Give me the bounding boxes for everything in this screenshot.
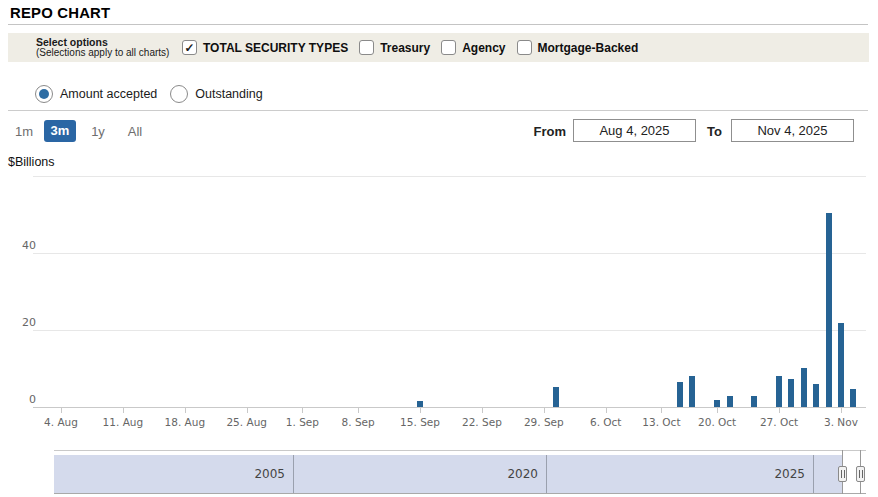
radio-selected-icon[interactable] bbox=[35, 85, 53, 103]
checkbox-unchecked-icon[interactable] bbox=[517, 40, 532, 55]
x-axis-tick bbox=[302, 408, 303, 413]
x-axis-label: 25. Aug bbox=[219, 416, 275, 428]
chart-bar[interactable] bbox=[714, 400, 720, 407]
y-axis-label-40: 40 bbox=[8, 239, 36, 252]
select-options-label: Select options (Selections apply to all … bbox=[36, 37, 169, 58]
to-date-input[interactable] bbox=[731, 119, 854, 142]
chart-bar[interactable] bbox=[417, 401, 423, 407]
series-toggle-group: Amount acceptedOutstanding bbox=[35, 83, 263, 104]
navigator-year-label: 2025 bbox=[747, 467, 805, 481]
navigator-outline-top bbox=[54, 450, 866, 451]
chart-bar[interactable] bbox=[689, 376, 695, 407]
navigator-handle-right[interactable] bbox=[856, 466, 865, 482]
radio-option-outstanding[interactable]: Outstanding bbox=[170, 85, 262, 103]
navigator-year-label: 2005 bbox=[227, 467, 285, 481]
x-axis-tick bbox=[661, 408, 662, 413]
x-axis-label: 18. Aug bbox=[157, 416, 213, 428]
navigator-outline-bottom bbox=[54, 493, 866, 494]
x-axis-tick bbox=[717, 408, 718, 413]
x-axis-tick bbox=[358, 408, 359, 413]
x-axis-label: 29. Sep bbox=[516, 416, 572, 428]
radio-option-amount-accepted[interactable]: Amount accepted bbox=[35, 85, 157, 103]
x-axis-tick bbox=[185, 408, 186, 413]
x-axis-label: 27. Oct bbox=[751, 416, 807, 428]
x-axis-label: 6. Oct bbox=[578, 416, 634, 428]
chart-bar[interactable] bbox=[838, 323, 844, 407]
chart-bar[interactable] bbox=[850, 389, 856, 407]
radio-label: Outstanding bbox=[195, 87, 262, 101]
x-axis-tick bbox=[123, 408, 124, 413]
x-axis-tick bbox=[247, 408, 248, 413]
repo-chart-page: REPO CHART Select options (Selections ap… bbox=[0, 0, 878, 497]
x-axis-label: 8. Sep bbox=[330, 416, 386, 428]
from-label: From bbox=[520, 124, 566, 139]
checkbox-label: Treasury bbox=[380, 41, 430, 55]
x-axis-label: 11. Aug bbox=[95, 416, 151, 428]
chart-bar[interactable] bbox=[677, 382, 683, 407]
x-axis-label: 1. Sep bbox=[274, 416, 330, 428]
options-bar: Select options (Selections apply to all … bbox=[8, 33, 869, 62]
chart-bar[interactable] bbox=[788, 379, 794, 407]
x-axis-tick bbox=[544, 408, 545, 413]
navigator-year-label: 2020 bbox=[480, 467, 538, 481]
checkbox-unchecked-icon[interactable] bbox=[441, 40, 456, 55]
gridline-60 bbox=[33, 176, 866, 177]
checkbox-checked-icon[interactable]: ✓ bbox=[182, 40, 197, 55]
to-label: To bbox=[707, 124, 727, 139]
title-divider bbox=[8, 24, 868, 25]
gridline-40 bbox=[33, 253, 866, 254]
chart-bar[interactable] bbox=[727, 396, 733, 407]
checkbox-label: Agency bbox=[462, 41, 505, 55]
x-axis-tick bbox=[61, 408, 62, 413]
x-axis-tick bbox=[841, 408, 842, 413]
navigator-year-divider bbox=[813, 455, 814, 493]
range-button-all[interactable]: All bbox=[120, 124, 150, 139]
x-axis-tick bbox=[606, 408, 607, 413]
y-axis-label-0: 0 bbox=[8, 393, 36, 406]
x-axis-line bbox=[33, 407, 866, 408]
radio-unselected-icon[interactable] bbox=[170, 85, 188, 103]
y-axis-title: $Billions bbox=[8, 155, 55, 169]
from-date-input[interactable] bbox=[573, 119, 696, 142]
y-axis-label-20: 20 bbox=[8, 316, 36, 329]
x-axis-label: 15. Sep bbox=[392, 416, 448, 428]
range-button-1y[interactable]: 1y bbox=[88, 124, 108, 139]
chart-bar[interactable] bbox=[776, 376, 782, 407]
navigator-mask[interactable] bbox=[54, 455, 842, 493]
gridline-20 bbox=[33, 330, 866, 331]
navigator-year-divider bbox=[293, 455, 294, 493]
radio-dot bbox=[39, 89, 49, 99]
checkbox-option-total-security-types[interactable]: ✓TOTAL SECURITY TYPES bbox=[182, 40, 348, 55]
range-button-1m[interactable]: 1m bbox=[14, 124, 34, 139]
security-type-checkbox-group: ✓TOTAL SECURITY TYPESTreasuryAgencyMortg… bbox=[182, 33, 638, 62]
checkbox-option-agency[interactable]: Agency bbox=[441, 40, 505, 55]
checkbox-option-mortgage-backed[interactable]: Mortgage-Backed bbox=[517, 40, 639, 55]
range-button-3m[interactable]: 3m bbox=[44, 120, 76, 142]
checkbox-label: Mortgage-Backed bbox=[538, 41, 639, 55]
x-axis-label: 4. Aug bbox=[33, 416, 89, 428]
x-axis-label: 13. Oct bbox=[633, 416, 689, 428]
navigator-handle-left[interactable] bbox=[838, 466, 847, 482]
checkbox-option-treasury[interactable]: Treasury bbox=[359, 40, 430, 55]
x-axis-label: 3. Nov bbox=[813, 416, 869, 428]
x-axis-label: 20. Oct bbox=[689, 416, 745, 428]
chart-bar[interactable] bbox=[553, 387, 559, 407]
chart-bar[interactable] bbox=[751, 396, 757, 407]
chart-bar[interactable] bbox=[826, 213, 832, 407]
page-title: REPO CHART bbox=[10, 4, 110, 22]
chart-bar[interactable] bbox=[801, 368, 807, 407]
x-axis-tick bbox=[779, 408, 780, 413]
checkbox-unchecked-icon[interactable] bbox=[359, 40, 374, 55]
checkbox-label: TOTAL SECURITY TYPES bbox=[203, 41, 348, 55]
chart-bar[interactable] bbox=[813, 384, 819, 407]
navigator-year-divider bbox=[546, 455, 547, 493]
x-axis-tick bbox=[482, 408, 483, 413]
radio-divider bbox=[8, 110, 868, 111]
radio-label: Amount accepted bbox=[60, 87, 157, 101]
x-axis-tick bbox=[420, 408, 421, 413]
x-axis-label: 22. Sep bbox=[454, 416, 510, 428]
